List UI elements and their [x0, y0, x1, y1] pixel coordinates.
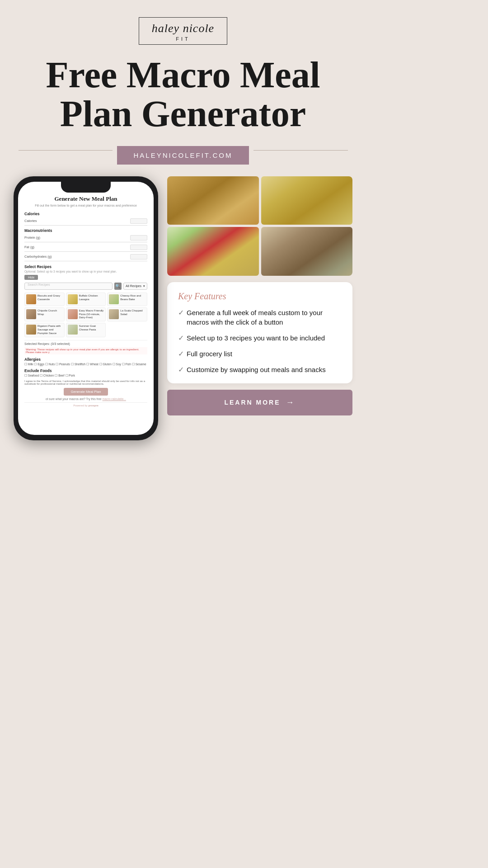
carbs-input-box[interactable] — [130, 254, 147, 259]
phone-notch — [61, 182, 111, 193]
dropdown-label: All Recipes — [126, 284, 141, 288]
allergy-sesame[interactable]: ☐ Sesame — [132, 363, 146, 366]
hide-button[interactable]: Hide — [24, 275, 38, 280]
exclude-pork[interactable]: ☐ Pork — [66, 374, 75, 377]
phone-screen-subtitle: Fill out the form below to get a meal pl… — [24, 204, 147, 207]
recipes-dropdown[interactable]: All Recipes ▾ — [123, 283, 147, 290]
powered-brand: prospre — [89, 404, 99, 407]
food-photos-grid — [167, 176, 352, 276]
recipe-name-5: Easy Macro Friendly Pizza (10-minute, Da… — [79, 309, 104, 320]
allergy-eggs[interactable]: ☐ Eggs — [34, 363, 44, 366]
recipe-item-8[interactable]: Summer Goat Cheese Pasta — [66, 323, 106, 337]
fat-input-box[interactable] — [130, 245, 147, 250]
check-icon-1: ✓ — [178, 308, 184, 317]
phone-outer: Generate New Meal Plan Fill out the form… — [14, 176, 158, 440]
search-input[interactable]: Search Recipes — [24, 283, 113, 290]
powered-by-row: Powered by prospre — [24, 402, 147, 408]
feature-item-3: ✓ Full grocery list — [178, 349, 343, 359]
optional-text: Optional: Select up to 3 recipes you wan… — [24, 270, 147, 273]
check-icon-3: ✓ — [178, 349, 184, 358]
feature-text-3: Full grocery list — [187, 349, 232, 359]
recipe-thumb-1 — [26, 294, 36, 304]
recipe-name-8: Summer Goat Cheese Pasta — [79, 325, 104, 332]
recipe-grid: Biscuits and Gravy Casserole Buffalo Chi… — [24, 292, 147, 337]
recipe-thumb-7 — [26, 325, 36, 335]
search-icon[interactable]: 🔍 — [114, 283, 122, 290]
phone-screen-title: Generate New Meal Plan — [24, 195, 147, 203]
recipe-item-3[interactable]: Cheesy Rice and Beans Bake — [107, 292, 147, 306]
exclude-foods-label: Exclude Foods — [24, 368, 147, 373]
recipe-thumb-2 — [68, 294, 78, 304]
logo-fit: FIT — [176, 36, 190, 42]
exclude-checkboxes: ☐ Seafood ☐ Chicken ☐ Beef ☐ Pork — [24, 374, 147, 377]
macro-text: ot sure what your macros are? Try this f… — [24, 397, 147, 401]
protein-input-row: Protein (g) — [24, 234, 147, 242]
allergies-section: Allergies ☐ Milk ☐ Eggs ☐ Nuts ☐ Peanuts… — [24, 357, 147, 366]
powered-text: Powered by — [73, 404, 88, 407]
feature-text-2: Select up to 3 recipes you want to be in… — [187, 333, 325, 343]
calories-input-box[interactable] — [130, 218, 147, 224]
recipe-name-2: Buffalo Chicken Lasagna — [79, 294, 104, 302]
divider-row-top: HALEYNICOLEFIT.COM — [19, 136, 348, 165]
recipe-thumb-6 — [109, 309, 119, 319]
warning-text: Warning: These recipes will show up in y… — [24, 347, 147, 354]
exclude-chicken[interactable]: ☐ Chicken — [40, 374, 54, 377]
recipe-item-6[interactable]: La Scala Chopped Salad — [107, 307, 147, 321]
allergy-milk[interactable]: ☐ Milk — [24, 363, 33, 366]
generate-button[interactable]: Generate Meal Plan — [64, 388, 108, 396]
feature-item-2: ✓ Select up to 3 recipes you want to be … — [178, 333, 343, 343]
check-icon-2: ✓ — [178, 334, 184, 342]
fat-label: Fat (g) — [24, 245, 130, 249]
select-recipes-label: Select Recipes — [24, 264, 147, 269]
allergies-label: Allergies — [24, 357, 147, 362]
recipe-name-3: Cheesy Rice and Beans Bake — [120, 294, 145, 302]
recipe-thumb-8 — [68, 325, 78, 335]
protein-label: Protein (g) — [24, 236, 130, 240]
page-title: Free Macro Meal Plan Generator — [18, 56, 348, 133]
allergy-gluten[interactable]: ☐ Gluten — [99, 363, 112, 366]
food-photo-salad — [167, 227, 259, 276]
carbs-input-row: Carbohydrates (g) — [24, 253, 147, 261]
arrow-icon: → — [286, 398, 296, 407]
learn-more-button[interactable]: LEARN MORE → — [167, 390, 352, 415]
recipe-item-1[interactable]: Biscuits and Gravy Casserole — [24, 292, 65, 306]
macro-text-label: ot sure what your macros are? Try this f… — [46, 397, 102, 401]
divider-line-left — [19, 150, 113, 151]
recipe-name-7: Rigatoni Pasta with Sausage and Pumpkin … — [38, 325, 63, 335]
logo-script: haley nicole — [152, 22, 214, 35]
allergy-fish[interactable]: ☐ Fish — [122, 363, 131, 366]
food-photo-chickpeas — [167, 176, 259, 225]
allergy-soy[interactable]: ☐ Soy — [113, 363, 121, 366]
recipe-item-5[interactable]: Easy Macro Friendly Pizza (10-minute, Da… — [66, 307, 106, 321]
recipe-item-2[interactable]: Buffalo Chicken Lasagna — [66, 292, 106, 306]
allergy-wheat[interactable]: ☐ Wheat — [86, 363, 99, 366]
recipe-name-6: La Scala Chopped Salad — [120, 309, 145, 316]
phone-screen: Generate New Meal Plan Fill out the form… — [18, 182, 154, 435]
feature-text-4: Customize by swapping out meals and snac… — [187, 365, 326, 374]
recipe-item-7[interactable]: Rigatoni Pasta with Sausage and Pumpkin … — [24, 323, 65, 337]
allergy-shellfish[interactable]: ☐ Shellfish — [71, 363, 85, 366]
exclude-seafood[interactable]: ☐ Seafood — [24, 374, 39, 377]
calories-input-label: Calories — [24, 219, 130, 223]
recipe-item-4[interactable]: Chipotle Crunch Wrap — [24, 307, 65, 321]
recipe-thumb-4 — [26, 309, 36, 319]
macros-section: Macronutrients — [24, 228, 147, 233]
allergy-peanuts[interactable]: ☐ Peanuts — [56, 363, 70, 366]
phone-mockup: Generate New Meal Plan Fill out the form… — [14, 176, 158, 440]
terms-text: I agree to the Terms of Service. I ackno… — [24, 380, 147, 385]
search-placeholder: Search Recipes — [27, 282, 51, 287]
macro-link[interactable]: macro calculatio... — [102, 397, 126, 401]
food-photo-casserole — [261, 176, 353, 225]
carbs-label: Carbohydrates (g) — [24, 255, 130, 259]
search-row: Search Recipes 🔍 All Recipes ▾ — [24, 283, 147, 290]
url-badge[interactable]: HALEYNICOLEFIT.COM — [117, 146, 249, 165]
exclude-beef[interactable]: ☐ Beef — [55, 374, 64, 377]
protein-input-box[interactable] — [130, 235, 147, 241]
calories-section: Calories — [24, 212, 147, 216]
allergy-nuts[interactable]: ☐ Nuts — [45, 363, 55, 366]
chevron-down-icon: ▾ — [143, 284, 145, 288]
recipe-thumb-3 — [109, 294, 119, 304]
right-column: Key Features ✓ Generate a full week of m… — [167, 176, 352, 415]
phone-screen-content: Generate New Meal Plan Fill out the form… — [18, 182, 154, 415]
recipe-thumb-5 — [68, 309, 78, 319]
